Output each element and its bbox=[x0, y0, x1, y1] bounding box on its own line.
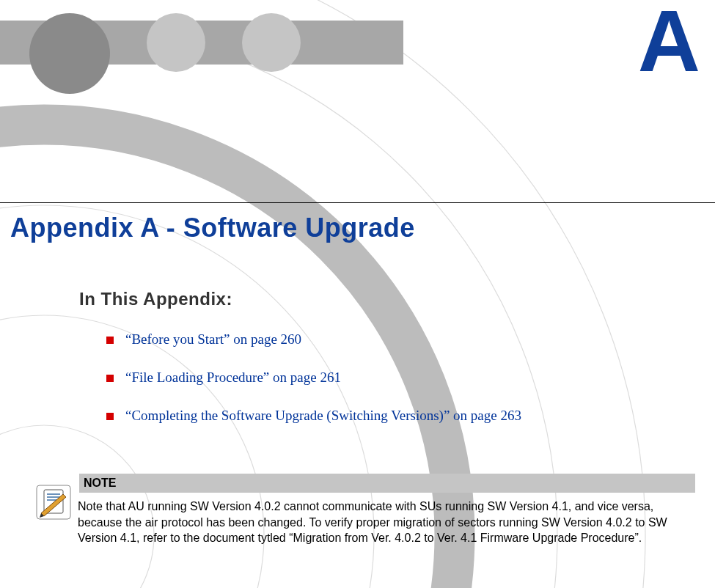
note-block: NOTE Note that AU running SW Version 4.0… bbox=[79, 474, 695, 546]
header-band bbox=[0, 21, 403, 65]
toc-link-text: “File Loading Procedure” on page 261 bbox=[125, 370, 341, 386]
note-text: Note that AU running SW Version 4.0.2 ca… bbox=[78, 499, 695, 546]
section-subtitle: In This Appendix: bbox=[79, 289, 232, 309]
toc-list: “Before you Start” on page 260 “File Loa… bbox=[106, 331, 521, 446]
horizontal-rule bbox=[0, 202, 715, 203]
note-heading: NOTE bbox=[79, 474, 695, 493]
chapter-letter: A bbox=[638, 0, 700, 82]
toc-item[interactable]: “Before you Start” on page 260 bbox=[106, 331, 521, 348]
bullet-icon bbox=[106, 337, 114, 344]
toc-item[interactable]: “File Loading Procedure” on page 261 bbox=[106, 370, 521, 386]
bullet-icon bbox=[106, 413, 114, 420]
header-circle-3 bbox=[242, 13, 301, 72]
header-circle-1 bbox=[29, 13, 110, 94]
toc-link-text: “Before you Start” on page 260 bbox=[125, 331, 301, 348]
header-circle-2 bbox=[147, 13, 205, 72]
bullet-icon bbox=[106, 375, 114, 382]
toc-item[interactable]: “Completing the Software Upgrade (Switch… bbox=[106, 408, 521, 424]
note-icon bbox=[35, 484, 72, 521]
page-title: Appendix A - Software Upgrade bbox=[10, 213, 415, 243]
toc-link-text: “Completing the Software Upgrade (Switch… bbox=[125, 408, 521, 424]
